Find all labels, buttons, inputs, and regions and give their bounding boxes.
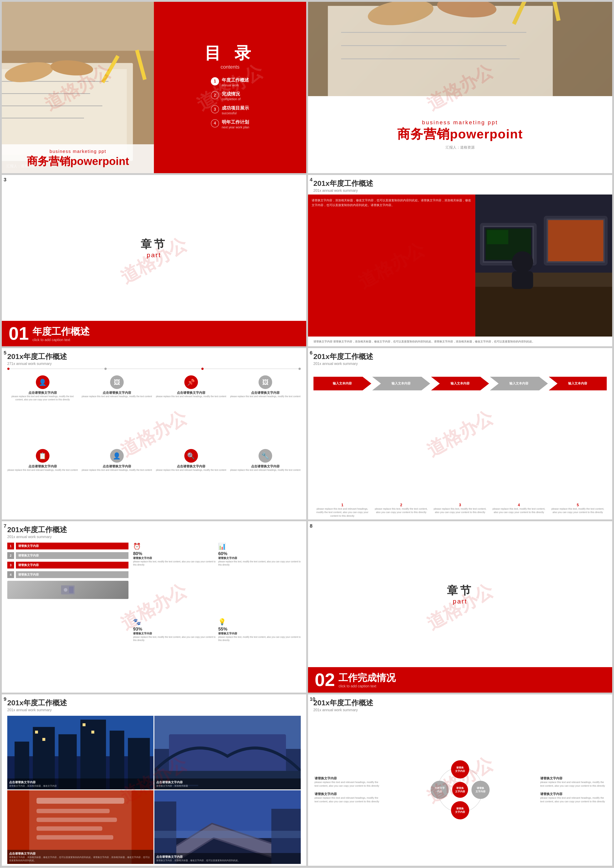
icon-desc-6: please replace this text and relevant he…: [82, 468, 152, 472]
slide-5-grid: 👤 点击请替换文字内容 please replace this text and…: [2, 372, 306, 520]
slide-2-photo-bg: 道格办公: [308, 2, 612, 96]
slide-3: 3 章节 part 01 年度工作概述 click to add caption…: [2, 175, 306, 346]
dot-1: [7, 368, 9, 370]
slide-4-right-image: [475, 194, 612, 336]
arrow-text-2: 输入文本内容: [392, 381, 411, 386]
arrow-text-1: 输入文本内容: [333, 381, 352, 386]
center-label: 请替换文字内容: [455, 786, 465, 793]
label-desc-3: please replace this text, modify the tex…: [431, 507, 489, 514]
slide-10-header: 201x年度工作概述 201x annual work summary: [308, 694, 612, 714]
slide-4-left-red: 请替换文字内容，添加相关标题，修改文字内容，也可以直接复制你的内容到此处。请替换…: [308, 194, 475, 336]
slide-8-zhangjie: 章节: [447, 583, 473, 598]
label-1: 1 please replace this text and relevant …: [313, 503, 371, 518]
photo-cell-3: 点击请替换文字内容 请替换文字内容，添加相关标题，修改文字内容，也可以直接复制你…: [7, 790, 154, 864]
dot-4: [298, 368, 301, 370]
svg-rect-50: [83, 723, 85, 726]
stat-icon-2: 📊: [218, 543, 301, 550]
list-row-3: 3 请替换文字内容: [7, 562, 129, 569]
left-text-2: 请替换文字内容 please replace this text and rel…: [315, 792, 380, 803]
slide-9-photo-grid: 点击请替换文字内容 请替换文字内容，添加相关标题，修改文字内容: [2, 714, 306, 866]
icon-label-5: 点击请替换文字内容: [28, 464, 57, 468]
icon-label-2: 点击请替换文字内容: [102, 391, 131, 395]
label-desc-1: please replace this text and relevant he…: [313, 507, 371, 518]
icon-desc-8: please replace this text and relevant he…: [230, 468, 301, 472]
svg-rect-62: [37, 809, 110, 813]
toc-item-2[interactable]: 2 完成情况 completion of: [211, 91, 249, 101]
slide-2-reporter: 汇报人：道格资源: [446, 145, 474, 150]
icon-item-5: 📋 点击请替换文字内容 please replace this text and…: [7, 449, 78, 516]
slide-6: 6 201x年度工作概述 201x annual work summary 输入…: [308, 348, 612, 520]
outer-bottom-label: 请替换文字内容: [455, 807, 465, 814]
slide-6-labels: 1 please replace this text and relevant …: [308, 501, 612, 520]
slide-num-5: 5: [4, 350, 6, 356]
slide-3-subtitle: click to add caption text: [33, 338, 90, 342]
svg-rect-63: [37, 818, 117, 822]
dot-2: [104, 368, 107, 370]
slide-7: 7 201x年度工作概述 201x annual work summary 1 …: [2, 521, 306, 692]
slide-3-title-block: 年度工作概述 click to add caption text: [33, 325, 90, 342]
slide-5: 5 201x年度工作概述 271x annual work summary 👤 …: [2, 348, 306, 520]
label-desc-4: please replace this text, modify the tex…: [490, 507, 548, 514]
slide-7-title-en: 201x annual work summary: [7, 535, 301, 539]
left-text-1: 请替换文字内容 please replace this text and rel…: [315, 776, 380, 787]
slide-3-zhangjie: 章节: [141, 237, 167, 252]
slide-6-arrows: 输入文本内容 输入文本内容 输入文本内容 输入文本内容 输入文本内容: [308, 368, 612, 501]
list-bar-2: 请替换文字内容: [16, 552, 129, 559]
slide-2-subtitle: business marketing ppt: [422, 119, 498, 126]
left-desc-2: please replace this text and relevant he…: [315, 796, 380, 803]
slide-4-red-text: 请替换文字内容，添加相关标题，修改文字内容，也可以直接复制你的内容到此处。请替换…: [312, 198, 472, 208]
icon-desc-4: please replace this text and relevant he…: [230, 395, 301, 398]
toc-item-1[interactable]: 1 年度工作概述 annual work: [211, 77, 249, 88]
slide-8-part: part: [453, 598, 467, 605]
right-text-1: 请替换文字内容 please replace this text and rel…: [540, 776, 606, 787]
stat-label-3: 请替换文字内容: [133, 632, 216, 636]
line-1: [9, 369, 104, 369]
label-2: 2 please replace this text, modify the t…: [372, 503, 430, 518]
toc-text-4: 明年工作计划 next year work plan: [222, 119, 249, 130]
slide-7-title-cn: 201x年度工作概述: [7, 525, 301, 535]
icon-item-8: 🔧 点击请替换文字内容 please replace this text and…: [230, 449, 301, 516]
stat-label-2: 请替换文字内容: [218, 556, 301, 560]
slide-10-circles: 请替换文字内容 请替换文字内容 请替换文字内容 外部文字内容: [386, 758, 534, 821]
arrow-3: 输入文本内容: [431, 377, 489, 390]
stat-1: ⏰ 80% 请替换文字内容 please replace this text, …: [133, 543, 216, 615]
toc-en-4: next year work plan: [222, 125, 249, 130]
icon-desc-3: please replace this text and relevant he…: [156, 395, 226, 398]
label-num-3: 3: [431, 503, 489, 507]
toc-item-4[interactable]: 4 明年工作计划 next year work plan: [211, 119, 249, 130]
photo-text-small-4: 请替换文字内容，添加相关标题，修改文字内容，也可以直接复制你的内容到此处。: [156, 859, 299, 862]
slide-num-4: 4: [310, 177, 313, 183]
slide-10-title-en: 201x annual work summary: [313, 708, 607, 712]
outer-right-label: 请替换文字内容: [476, 786, 485, 793]
photo-overlay-4: 点击请替换文字内容 请替换文字内容，添加相关标题，修改文字内容，也可以直接复制你…: [154, 853, 301, 864]
icon-label-6: 点击请替换文字内容: [102, 464, 131, 468]
dot-3: [202, 368, 204, 370]
icon-circle-7: 🔍: [185, 449, 198, 463]
arrow-text-3: 输入文本内容: [451, 381, 470, 386]
right-text-2: 请替换文字内容 please replace this text and rel…: [540, 792, 606, 803]
watermark-4: 道格办公: [308, 194, 475, 336]
slide-9-title-cn: 201x年度工作概述: [7, 698, 301, 708]
icon-circle-3: 📌: [185, 375, 198, 389]
svg-rect-49: [42, 738, 45, 741]
photo-text-cn-4: 点击请替换文字内容: [156, 855, 299, 859]
photo-text-cn-3: 点击请替换文字内容: [9, 852, 152, 856]
slide-1-overlay: business marketing ppt 商务营销powerpoint 汇报…: [2, 144, 154, 173]
slide-2-photo: 道格办公: [308, 2, 612, 96]
slide-6-title-cn: 201x年度工作概述: [313, 352, 607, 362]
arrow-5: 输入文本内容: [549, 377, 607, 390]
slide-5-connector: [2, 368, 306, 370]
label-3: 3 please replace this text, modify the t…: [431, 503, 489, 518]
stat-desc-1: please replace this text, modify the tex…: [133, 560, 216, 566]
stat-2: 📊 60% 请替换文字内容 please replace this text, …: [218, 543, 301, 615]
slide-num-7: 7: [4, 523, 6, 529]
svg-point-35: [512, 251, 533, 273]
slide-7-image: [7, 581, 129, 599]
arrow-2: 输入文本内容: [372, 377, 430, 390]
toc-item-3[interactable]: 3 成功项目展示 successful: [211, 105, 249, 116]
right-desc-2: please replace this text and relevant he…: [540, 796, 606, 803]
toc-cn-2: 完成情况: [222, 91, 240, 97]
slide-3-part: part: [147, 252, 161, 259]
slide-10-right-text: 请替换文字内容 please replace this text and rel…: [540, 776, 606, 803]
list-num-2: 2: [7, 552, 14, 559]
